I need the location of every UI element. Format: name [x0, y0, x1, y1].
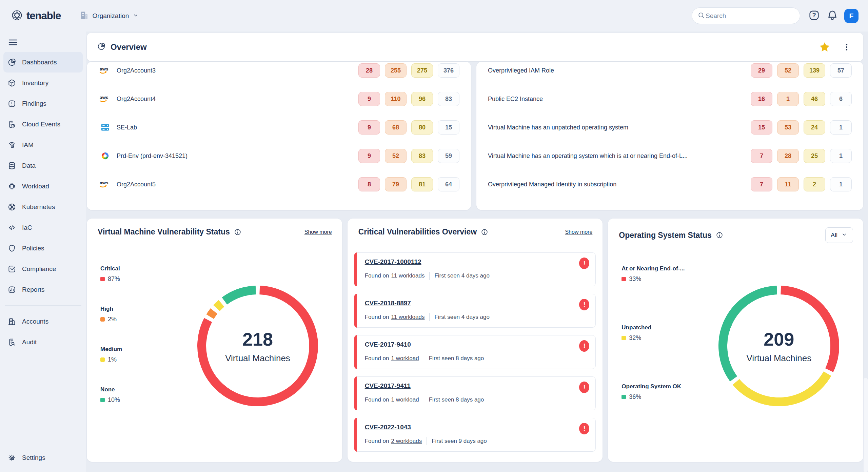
account-row[interactable]: SE-Lab9688015	[87, 113, 471, 142]
policy-row[interactable]: Overprivileged Managed Identity in subsc…	[476, 170, 863, 199]
severity-badge-critical[interactable]: 8	[358, 177, 380, 191]
cve-list-item[interactable]: CVE-2017-9410Found on1 workloadFirst see…	[354, 335, 596, 369]
severity-badge-none[interactable]: 83	[438, 92, 459, 106]
severity-badge-none[interactable]: 59	[438, 149, 459, 163]
sidebar-item-workload[interactable]: Workload	[3, 176, 83, 197]
policy-row[interactable]: Public EC2 Instance161466	[476, 85, 863, 113]
severity-badge-critical[interactable]: 9	[358, 149, 380, 163]
account-row[interactable]: awsOrg2Account491109683	[87, 85, 471, 113]
sidebar-item-settings[interactable]: Settings	[3, 448, 83, 467]
donut-segment-none[interactable]	[224, 290, 256, 301]
organization-switcher[interactable]: Organization	[79, 10, 139, 22]
sidebar-item-policies[interactable]: Policies	[3, 238, 83, 259]
severity-badge-critical[interactable]: 29	[751, 63, 772, 78]
severity-badge-critical[interactable]: 7	[751, 177, 772, 191]
sidebar-item-dashboards[interactable]: Dashboards	[3, 52, 83, 73]
account-row[interactable]: Prd-Env (prd-env-341521)9528359	[87, 142, 471, 170]
severity-badge-critical[interactable]: 7	[751, 149, 772, 163]
severity-badge-medium[interactable]: 46	[804, 92, 825, 106]
severity-badge-medium[interactable]: 80	[411, 120, 433, 135]
donut-segment-at-or-nearing-end-of[interactable]	[781, 290, 835, 370]
severity-badge-none[interactable]: 57	[830, 63, 852, 78]
policy-row[interactable]: Virtual Machine has an operating system …	[476, 142, 863, 170]
severity-badge-medium[interactable]: 96	[411, 92, 433, 106]
policy-row[interactable]: Overprivileged IAM Role295213957	[476, 62, 863, 85]
workloads-link[interactable]: 11 workloads	[391, 272, 425, 279]
severity-badge-none[interactable]: 376	[438, 63, 459, 78]
sidebar-item-accounts[interactable]: Accounts	[3, 311, 83, 332]
sidebar-item-inventory[interactable]: Inventory	[3, 73, 83, 93]
sidebar-item-data[interactable]: Data	[3, 155, 83, 176]
severity-badge-none[interactable]: 1	[830, 120, 852, 135]
severity-badge-critical[interactable]: 15	[751, 120, 772, 135]
workloads-link[interactable]: 11 workloads	[391, 314, 425, 321]
severity-badge-medium[interactable]: 139	[804, 63, 825, 78]
severity-badge-high[interactable]: 255	[385, 63, 407, 78]
donut-segment-unpatched[interactable]	[736, 374, 828, 402]
info-icon[interactable]	[716, 231, 723, 239]
kebab-menu-button[interactable]	[842, 43, 851, 52]
cve-link[interactable]: CVE-2018-8897	[365, 300, 411, 307]
sidebar-item-compliance[interactable]: Compliance	[3, 259, 83, 279]
search-input[interactable]	[705, 12, 797, 20]
account-row[interactable]: awsOrg2Account58798164	[87, 170, 471, 199]
severity-badge-none[interactable]: 15	[438, 120, 459, 135]
donut-segment-operating-system-ok[interactable]	[723, 290, 777, 379]
severity-badge-critical[interactable]: 9	[358, 120, 380, 135]
severity-badge-medium[interactable]: 25	[804, 149, 825, 163]
help-button[interactable]: ?	[808, 9, 821, 22]
workloads-link[interactable]: 1 workload	[391, 396, 419, 403]
cve-link[interactable]: CVE-2022-1043	[365, 424, 411, 431]
severity-badge-medium[interactable]: 81	[411, 177, 433, 191]
severity-badge-medium[interactable]: 83	[411, 149, 433, 163]
severity-badge-high[interactable]: 1	[777, 92, 799, 106]
sidebar-item-cloud-events[interactable]: Cloud Events	[3, 114, 83, 135]
severity-badge-high[interactable]: 28	[777, 149, 799, 163]
severity-badge-medium[interactable]: 2	[804, 177, 825, 191]
severity-badge-critical[interactable]: 16	[751, 92, 772, 106]
os-filter-dropdown[interactable]: All	[825, 227, 853, 243]
severity-badge-high[interactable]: 79	[385, 177, 407, 191]
cve-link[interactable]: CVE-2017-1000112	[365, 258, 421, 266]
notifications-button[interactable]	[826, 9, 839, 22]
workloads-link[interactable]: 1 workload	[391, 355, 419, 362]
donut-segment-high[interactable]	[210, 311, 214, 316]
tenable-logo[interactable]: tenable	[10, 8, 61, 23]
severity-badge-none[interactable]: 1	[830, 177, 852, 191]
show-more-link[interactable]: Show more	[304, 229, 332, 235]
severity-badge-none[interactable]: 6	[830, 92, 852, 106]
user-avatar[interactable]: F	[844, 9, 859, 23]
severity-badge-none[interactable]: 64	[438, 177, 459, 191]
severity-badge-high[interactable]: 52	[385, 149, 407, 163]
sidebar-item-kubernetes[interactable]: Kubernetes	[3, 197, 83, 217]
info-icon[interactable]	[234, 228, 241, 236]
cve-link[interactable]: CVE-2017-9411	[365, 382, 411, 390]
severity-badge-high[interactable]: 53	[777, 120, 799, 135]
donut-segment-medium[interactable]	[217, 303, 222, 308]
account-row[interactable]: awsOrg2Account328255275376	[87, 62, 471, 85]
cve-link[interactable]: CVE-2017-9410	[365, 341, 411, 348]
show-more-link[interactable]: Show more	[565, 229, 592, 235]
cve-list-item[interactable]: CVE-2017-9411Found on1 workloadFirst see…	[354, 376, 596, 410]
sidebar-item-iam[interactable]: IAM	[3, 135, 83, 155]
sidebar-item-findings[interactable]: Findings	[3, 93, 83, 114]
global-search[interactable]	[692, 7, 800, 24]
cve-list-item[interactable]: CVE-2018-8897Found on11 workloadsFirst s…	[354, 294, 596, 328]
severity-badge-high[interactable]: 11	[777, 177, 799, 191]
cve-list-item[interactable]: CVE-2017-1000112Found on11 workloadsFirs…	[354, 252, 596, 286]
cve-list-item[interactable]: CVE-2022-1043Found on2 workloadsFirst se…	[354, 418, 596, 452]
favorite-star-button[interactable]	[818, 41, 831, 53]
scrollbar-thumb[interactable]	[864, 378, 868, 472]
workloads-link[interactable]: 2 workloads	[391, 438, 422, 445]
severity-badge-high[interactable]: 110	[385, 92, 407, 106]
policy-row[interactable]: Virtual Machine has an unpatched operati…	[476, 113, 863, 142]
severity-badge-medium[interactable]: 275	[411, 63, 433, 78]
sidebar-item-audit[interactable]: Audit	[3, 332, 83, 352]
sidebar-item-reports[interactable]: Reports	[3, 279, 83, 300]
info-icon[interactable]	[481, 228, 488, 236]
severity-badge-critical[interactable]: 9	[358, 92, 380, 106]
sidebar-collapse-button[interactable]	[8, 38, 18, 46]
severity-badge-medium[interactable]: 24	[804, 120, 825, 135]
severity-badge-none[interactable]: 1	[830, 149, 852, 163]
severity-badge-high[interactable]: 68	[385, 120, 407, 135]
